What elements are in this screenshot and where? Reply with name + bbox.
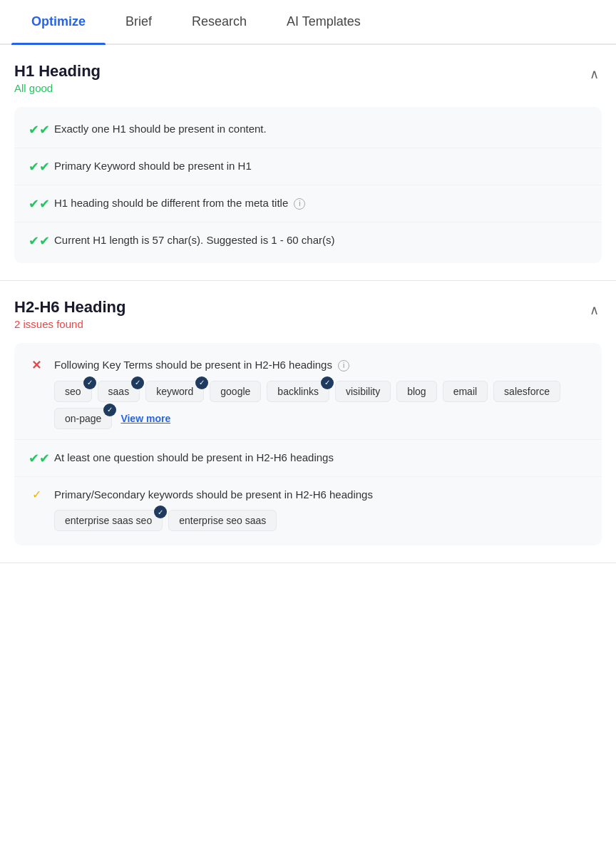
fail-icon-1: ✕ xyxy=(29,358,44,373)
tag-salesforce: salesforce xyxy=(493,381,560,402)
h1-collapse-button[interactable]: ∧ xyxy=(587,63,602,85)
tag-keyword: ✓ keyword xyxy=(145,381,204,402)
h1-check-text-4: Current H1 length is 57 char(s). Suggest… xyxy=(54,232,587,249)
h1-heading-section: H1 Heading All good ∧ ✔✔ Exactly one H1 … xyxy=(0,45,616,281)
h2h6-check-text-3: Primary/Secondary keywords should be pre… xyxy=(54,487,587,503)
tag-google: google xyxy=(210,381,261,402)
tag-check-backlinks: ✓ xyxy=(321,376,334,389)
pass-icon-h2-1: ✔✔ xyxy=(29,451,44,466)
h2h6-tags-3: ✓ enterprise saas seo enterprise seo saa… xyxy=(29,510,587,531)
tag-check-keyword: ✓ xyxy=(195,376,208,389)
h2h6-heading-section: H2-H6 Heading 2 issues found ∧ ✕ Followi… xyxy=(0,281,616,563)
h2h6-section-status: 2 issues found xyxy=(14,318,125,330)
tag-check-on-page: ✓ xyxy=(103,404,116,416)
pass-icon-1: ✔✔ xyxy=(29,122,44,138)
h1-check-item-2: ✔✔ Primary Keyword should be present in … xyxy=(14,148,602,185)
info-icon-2[interactable]: i xyxy=(338,360,349,371)
h2h6-tags-1: ✓ seo ✓ saas ✓ keyword google ✓ backlink… xyxy=(29,381,587,429)
h2h6-check-list: ✕ Following Key Terms should be present … xyxy=(14,343,602,545)
h2h6-section-header: H2-H6 Heading 2 issues found ∧ xyxy=(14,298,602,330)
tab-brief[interactable]: Brief xyxy=(106,0,172,43)
h2h6-section-title: H2-H6 Heading xyxy=(14,298,125,317)
h1-check-text-2: Primary Keyword should be present in H1 xyxy=(54,158,587,175)
tag-backlinks: ✓ backlinks xyxy=(267,381,329,402)
h2h6-section-titles: H2-H6 Heading 2 issues found xyxy=(14,298,125,330)
h2h6-check-text-1: Following Key Terms should be present in… xyxy=(54,357,587,374)
pass-icon-3: ✔✔ xyxy=(29,196,44,212)
h1-section-header: H1 Heading All good ∧ xyxy=(14,62,602,94)
h1-section-titles: H1 Heading All good xyxy=(14,62,101,94)
pass-icon-4: ✔✔ xyxy=(29,233,44,249)
tag-saas: ✓ saas xyxy=(98,381,140,402)
h1-check-text-1: Exactly one H1 should be present in cont… xyxy=(54,121,587,138)
partial-icon-1: ✓ xyxy=(29,488,44,501)
tag-check-saas: ✓ xyxy=(131,376,144,389)
h2h6-check-text-2: At least one question should be present … xyxy=(54,450,587,466)
h1-check-item-4: ✔✔ Current H1 length is 57 char(s). Sugg… xyxy=(14,222,602,259)
view-more-link[interactable]: View more xyxy=(120,413,170,424)
h2h6-collapse-button[interactable]: ∧ xyxy=(587,299,602,321)
pass-icon-2: ✔✔ xyxy=(29,159,44,175)
h2h6-check-item-2: ✔✔ At least one question should be prese… xyxy=(14,440,602,477)
tab-ai-templates[interactable]: AI Templates xyxy=(267,0,381,43)
h2h6-check-item-1: ✕ Following Key Terms should be present … xyxy=(14,347,602,440)
h2h6-check-item-3: ✓ Primary/Secondary keywords should be p… xyxy=(14,477,602,542)
tag-on-page: ✓ on-page xyxy=(54,408,112,429)
tag-visibility: visibility xyxy=(335,381,391,402)
h1-check-item-3: ✔✔ H1 heading should be different from t… xyxy=(14,185,602,222)
tag-seo: ✓ seo xyxy=(54,381,92,402)
tag-check-enterprise-saas-seo: ✓ xyxy=(154,506,167,518)
tab-bar: Optimize Brief Research AI Templates xyxy=(0,0,616,45)
tag-enterprise-saas-seo: ✓ enterprise saas seo xyxy=(54,510,163,531)
tag-email: email xyxy=(443,381,488,402)
h1-check-text-3: H1 heading should be different from the … xyxy=(54,195,587,212)
info-icon-1[interactable]: i xyxy=(294,198,305,210)
tab-optimize[interactable]: Optimize xyxy=(11,0,106,43)
h1-section-title: H1 Heading xyxy=(14,62,101,81)
tag-enterprise-seo-saas: enterprise seo saas xyxy=(168,510,277,531)
tab-research[interactable]: Research xyxy=(172,0,267,43)
h1-check-list: ✔✔ Exactly one H1 should be present in c… xyxy=(14,107,602,263)
tag-blog: blog xyxy=(396,381,436,402)
h1-section-status: All good xyxy=(14,82,101,94)
h1-check-item-1: ✔✔ Exactly one H1 should be present in c… xyxy=(14,111,602,148)
tag-check-seo: ✓ xyxy=(83,376,96,389)
